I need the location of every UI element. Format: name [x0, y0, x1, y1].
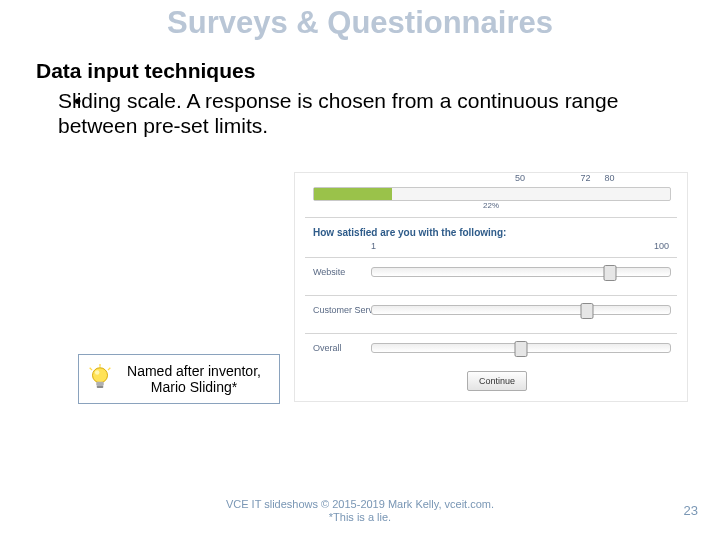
callout-line2: Mario Sliding*	[151, 379, 237, 395]
slider-thumb[interactable]	[604, 265, 617, 281]
slider-thumb[interactable]	[515, 341, 528, 357]
slider-track[interactable]	[371, 305, 671, 315]
lightbulb-icon	[85, 364, 115, 394]
svg-rect-3	[97, 386, 104, 388]
bullet-text: Sliding scale. A response is chosen from…	[58, 89, 618, 138]
bullet-dot: •	[74, 88, 81, 114]
divider	[305, 257, 677, 258]
svg-line-6	[108, 368, 110, 370]
callout-box: Named after inventor, Mario Sliding*	[78, 354, 280, 404]
callout-line1: Named after inventor,	[127, 363, 261, 379]
footer-line1: VCE IT slideshows © 2015-2019 Mark Kelly…	[226, 498, 494, 510]
continue-button[interactable]: Continue	[467, 371, 527, 391]
divider	[305, 217, 677, 218]
slide-title: Surveys & Questionnaires	[0, 6, 720, 40]
footer: VCE IT slideshows © 2015-2019 Mark Kelly…	[0, 498, 720, 524]
slider-label: Overall	[313, 343, 342, 353]
slider-label: Website	[313, 267, 345, 277]
survey-screenshot: 22% How satisfied are you with the follo…	[294, 172, 688, 402]
slider-track[interactable]	[371, 343, 671, 353]
svg-point-1	[95, 370, 100, 375]
bullet-item: • Sliding scale. A response is chosen fr…	[36, 88, 686, 139]
slider-value: 72	[571, 173, 601, 183]
svg-line-5	[90, 368, 92, 370]
slide: Surveys & Questionnaires Data input tech…	[0, 0, 720, 540]
progress-label: 22%	[313, 201, 669, 210]
progress-bar	[313, 187, 671, 201]
body-text: Data input techniques • Sliding scale. A…	[36, 58, 686, 139]
footer-line2: *This is a lie.	[329, 511, 391, 523]
divider	[305, 295, 677, 296]
page-number: 23	[684, 503, 698, 518]
scale-min: 1	[371, 241, 376, 251]
slider-thumb[interactable]	[580, 303, 593, 319]
progress-fill	[314, 188, 392, 200]
callout-text: Named after inventor, Mario Sliding*	[115, 363, 279, 395]
slider-value: 50	[505, 173, 535, 183]
subheading: Data input techniques	[36, 58, 686, 84]
scale-max: 100	[654, 241, 669, 251]
svg-rect-2	[96, 382, 104, 386]
svg-point-0	[93, 368, 108, 383]
slider-track[interactable]	[371, 267, 671, 277]
divider	[305, 333, 677, 334]
survey-question: How satisfied are you with the following…	[313, 227, 506, 238]
